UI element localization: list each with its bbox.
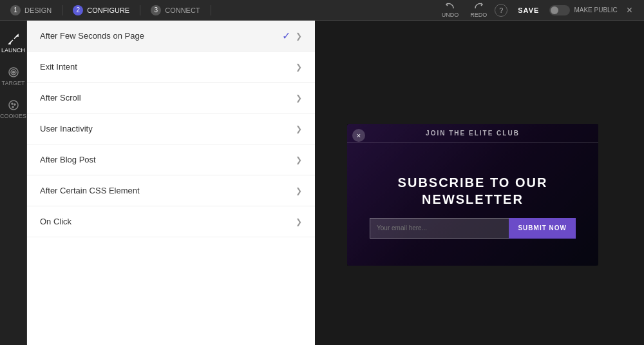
popup-preview: × JOIN THE ELITE CLUB SUBSCRIBE TO OUR N… (347, 124, 598, 266)
menu-item-after-scroll[interactable]: After Scroll ❯ (27, 83, 315, 113)
make-public-toggle[interactable] (549, 5, 570, 15)
menu-item-label-on-click: On Click (40, 217, 71, 226)
chevron-icon-user-inactivity: ❯ (296, 124, 302, 133)
redo-label: REDO (470, 12, 487, 18)
undo-button[interactable]: UNDO (438, 1, 463, 19)
step-connect[interactable]: 3 CONNECT (140, 5, 211, 15)
chevron-icon-on-click: ❯ (296, 217, 302, 226)
menu-item-user-inactivity[interactable]: User Inactivity ❯ (27, 113, 315, 144)
top-bar-actions: UNDO REDO ? SAVE MAKE PUBLIC × (438, 1, 644, 19)
menu-item-label-after-certain-css: After Certain CSS Element (40, 186, 140, 195)
menu-item-after-blog-post[interactable]: After Blog Post ❯ (27, 144, 315, 175)
svg-line-1 (14, 35, 18, 39)
sidebar-item-target[interactable]: TARGET (0, 60, 26, 93)
chevron-icon-after-blog-post: ❯ (296, 155, 302, 164)
popup-close-button[interactable]: × (352, 129, 365, 142)
make-public-label: MAKE PUBLIC (574, 6, 617, 14)
sidebar-item-launch[interactable]: LAUNCH (0, 27, 26, 60)
popup-title: SUBSCRIBE TO OUR NEWSLETTER (398, 174, 548, 208)
chevron-icon-exit-intent: ❯ (296, 63, 302, 72)
make-public-toggle-wrap: MAKE PUBLIC (549, 5, 617, 15)
menu-item-label-user-inactivity: User Inactivity (40, 124, 93, 133)
steps-nav: 1 DESIGN 2 CONFIGURE 3 CONNECT (0, 5, 438, 15)
step-num-configure: 2 (73, 5, 83, 15)
redo-button[interactable]: REDO (466, 1, 491, 19)
menu-item-exit-intent[interactable]: Exit Intent ❯ (27, 52, 315, 83)
sidebar-label-cookies: COOKIES (0, 113, 26, 119)
preview-area: × JOIN THE ELITE CLUB SUBSCRIBE TO OUR N… (315, 21, 644, 345)
popup-header-banner: JOIN THE ELITE CLUB (347, 124, 598, 143)
svg-point-7 (14, 104, 15, 105)
popup-content: SUBSCRIBE TO OUR NEWSLETTER SUBMIT NOW (347, 146, 598, 266)
step-label-connect: CONNECT (165, 6, 200, 14)
sidebar-label-target: TARGET (2, 80, 25, 86)
menu-item-after-certain-css[interactable]: After Certain CSS Element ❯ (27, 175, 315, 206)
menu-item-label-after-few-seconds: After Few Seconds on Page (40, 31, 144, 41)
sidebar: LAUNCH TARGET COOKIES (0, 21, 27, 345)
menu-item-label-after-scroll: After Scroll (40, 93, 81, 103)
check-icon-after-few-seconds: ✓ (282, 30, 290, 42)
main-area: LAUNCH TARGET COOKIES After Few Seconds … (0, 21, 644, 345)
svg-point-4 (12, 72, 14, 74)
menu-item-label-after-blog-post: After Blog Post (40, 155, 96, 164)
top-bar: 1 DESIGN 2 CONFIGURE 3 CONNECT UNDO REDO (0, 0, 644, 21)
svg-point-8 (12, 106, 14, 108)
chevron-icon-after-few-seconds: ❯ (296, 32, 302, 41)
step-label-design: DESIGN (24, 6, 52, 14)
popup-title-line1: SUBSCRIBE TO OUR (398, 174, 548, 191)
step-configure[interactable]: 2 CONFIGURE (62, 5, 140, 15)
svg-point-5 (9, 101, 18, 110)
menu-item-right-after-few-seconds: ✓ ❯ (282, 30, 302, 42)
step-design[interactable]: 1 DESIGN (0, 5, 62, 15)
svg-point-6 (12, 103, 13, 104)
sidebar-label-launch: LAUNCH (1, 47, 25, 54)
chevron-icon-after-certain-css: ❯ (296, 186, 302, 195)
close-button[interactable]: × (621, 5, 638, 16)
menu-item-label-exit-intent: Exit Intent (40, 62, 77, 72)
toggle-knob (551, 6, 558, 14)
step-label-configure: CONFIGURE (87, 6, 129, 14)
step-num-connect: 3 (151, 5, 161, 15)
sidebar-item-cookies[interactable]: COOKIES (0, 93, 26, 126)
popup-email-input[interactable] (370, 218, 509, 239)
undo-label: UNDO (442, 12, 459, 18)
popup-form: SUBMIT NOW (370, 218, 576, 239)
step-num-design: 1 (10, 5, 21, 15)
menu-item-on-click[interactable]: On Click ❯ (27, 206, 315, 237)
save-button[interactable]: SAVE (511, 6, 545, 14)
chevron-icon-after-scroll: ❯ (296, 94, 302, 103)
popup-header-text: JOIN THE ELITE CLUB (426, 130, 520, 137)
menu-panel: After Few Seconds on Page ✓ ❯ Exit Inten… (27, 21, 315, 345)
popup-submit-button[interactable]: SUBMIT NOW (509, 218, 576, 239)
popup-title-line2: NEWSLETTER (398, 191, 548, 208)
svg-line-0 (9, 40, 13, 44)
menu-item-after-few-seconds[interactable]: After Few Seconds on Page ✓ ❯ (27, 21, 315, 52)
help-button[interactable]: ? (495, 4, 507, 17)
